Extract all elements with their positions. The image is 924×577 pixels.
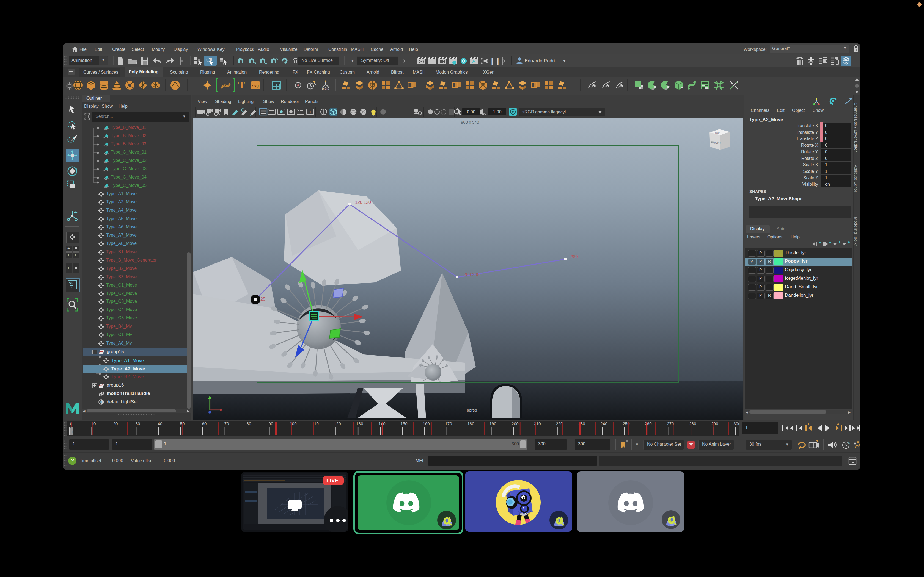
svg-text:persp: persp — [467, 408, 477, 413]
svg-text:30: 30 — [136, 421, 140, 426]
svg-text:sRGB gamma llegacyl: sRGB gamma llegacyl — [522, 110, 566, 114]
svg-text:1: 1 — [71, 430, 73, 434]
svg-text:960 x 540: 960 x 540 — [461, 120, 479, 124]
svg-text:FRONT: FRONT — [711, 141, 722, 145]
svg-text:110: 110 — [312, 421, 319, 426]
svg-text:210: 210 — [534, 421, 541, 426]
svg-text:70: 70 — [225, 421, 229, 426]
svg-text:150: 150 — [401, 421, 407, 426]
svg-text:TOP: TOP — [714, 131, 720, 134]
svg-text:20: 20 — [113, 421, 118, 426]
svg-text:0.00: 0.00 — [467, 110, 475, 114]
svg-text:120 120: 120 120 — [355, 200, 371, 205]
svg-text:300: 300 — [733, 421, 739, 426]
svg-text:100: 100 — [289, 421, 296, 426]
svg-text:T: T — [309, 110, 311, 114]
svg-text:60: 60 — [202, 421, 207, 426]
svg-text:280: 280 — [689, 421, 696, 426]
svg-text:220: 220 — [556, 421, 563, 426]
svg-text:240: 240 — [600, 421, 607, 426]
svg-text:25: 25 — [260, 297, 265, 301]
svg-text:160: 160 — [423, 421, 430, 426]
svg-text:180: 180 — [467, 421, 474, 426]
svg-text:200: 200 — [512, 421, 519, 426]
svg-text:200 200: 200 200 — [464, 272, 480, 277]
svg-text:290: 290 — [711, 421, 718, 426]
svg-text:130: 130 — [356, 421, 363, 426]
svg-text:40: 40 — [158, 421, 163, 426]
svg-text:90: 90 — [269, 421, 273, 426]
svg-text:10: 10 — [91, 421, 96, 426]
svg-text:80: 80 — [247, 421, 251, 426]
svg-text:190: 190 — [489, 421, 496, 426]
svg-text:170: 170 — [445, 421, 452, 426]
svg-text:50: 50 — [180, 421, 185, 426]
svg-text:1.00: 1.00 — [493, 110, 501, 114]
svg-text:120: 120 — [334, 421, 341, 426]
svg-text:280: 280 — [570, 255, 578, 259]
